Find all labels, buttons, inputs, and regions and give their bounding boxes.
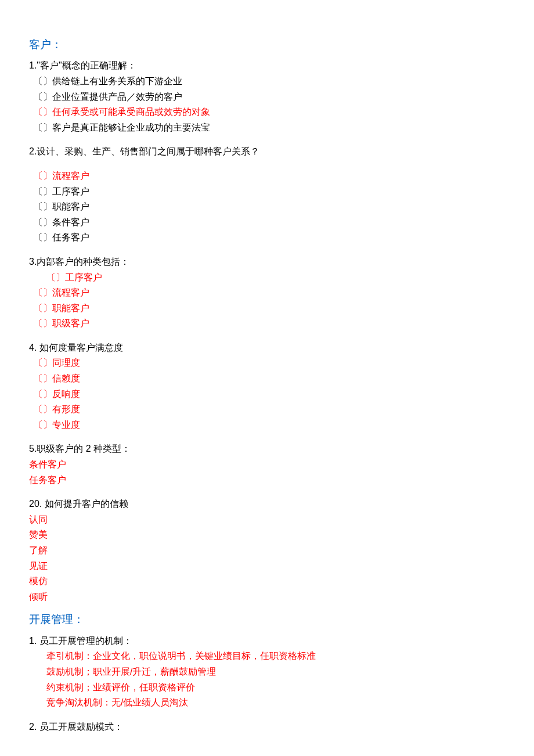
q1-opt: 〔〕企业位置提供产品／效劳的客户 (29, 89, 505, 105)
q20-title: 20. 如何提升客户的信赖 (29, 496, 505, 512)
q3-opt: 〔〕流程客户 (29, 285, 505, 300)
q5-opt: 任务客户 (29, 473, 505, 488)
q3-opt: 〔〕工序客户 (29, 270, 505, 285)
s2-q1-title: 1. 员工开展管理的机制： (29, 633, 505, 649)
q1-opt: 〔〕任何承受或可能承受商品或效劳的对象 (29, 105, 505, 120)
s2-q2-title: 2. 员工开展鼓励模式： (29, 719, 505, 735)
s2-q1-opt: 约束机制；业绩评价，任职资格评价 (29, 680, 505, 695)
q2-opt: 〔〕工序客户 (29, 184, 505, 199)
q20-opt: 赞美 (29, 527, 505, 542)
q1-opt: 〔〕供给链上有业务关系的下游企业 (29, 74, 505, 89)
q3-title: 3.内部客户的种类包括： (29, 254, 505, 269)
q3-opt: 〔〕职级客户 (29, 316, 505, 331)
q1-opt: 〔〕客户是真正能够让企业成功的主要法宝 (29, 120, 505, 135)
q4-opt: 〔〕反响度 (29, 387, 505, 402)
q20-opt: 见证 (29, 559, 505, 574)
section-heading-customer: 客户： (29, 36, 505, 53)
q2-opt: 〔〕流程客户 (29, 168, 505, 183)
q20-opt: 了解 (29, 543, 505, 558)
q1-title: 1."客户"概念的正确理解： (29, 58, 505, 73)
q20-opt: 认同 (29, 512, 505, 527)
q2-opt: 〔〕条件客户 (29, 215, 505, 230)
s2-q1-opt: 鼓励机制；职业开展/升迁，薪酬鼓励管理 (29, 664, 505, 679)
s2-q1-opt: 竞争淘汰机制：无/低业绩人员淘汰 (29, 695, 505, 710)
q2-title: 2.设计、采购、生产、销售部门之间属于哪种客户关系？ (29, 144, 505, 159)
section-heading-management: 开展管理： (29, 611, 505, 628)
q4-opt: 〔〕同理度 (29, 355, 505, 370)
s2-q1-opt: 牵引机制：企业文化，职位说明书，关键业绩目标，任职资格标准 (29, 649, 505, 664)
q5-title: 5.职级客户的 2 种类型： (29, 441, 505, 456)
q4-title: 4. 如何度量客户满意度 (29, 340, 505, 355)
q4-opt: 〔〕专业度 (29, 417, 505, 433)
q4-opt: 〔〕有形度 (29, 402, 505, 417)
q2-opt: 〔〕任务客户 (29, 230, 505, 245)
q2-opt: 〔〕职能客户 (29, 199, 505, 214)
q20-opt: 倾听 (29, 589, 505, 604)
q3-opt: 〔〕职能客户 (29, 301, 505, 316)
q5-opt: 条件客户 (29, 457, 505, 472)
q20-opt: 模仿 (29, 574, 505, 589)
q4-opt: 〔〕信赖度 (29, 371, 505, 386)
